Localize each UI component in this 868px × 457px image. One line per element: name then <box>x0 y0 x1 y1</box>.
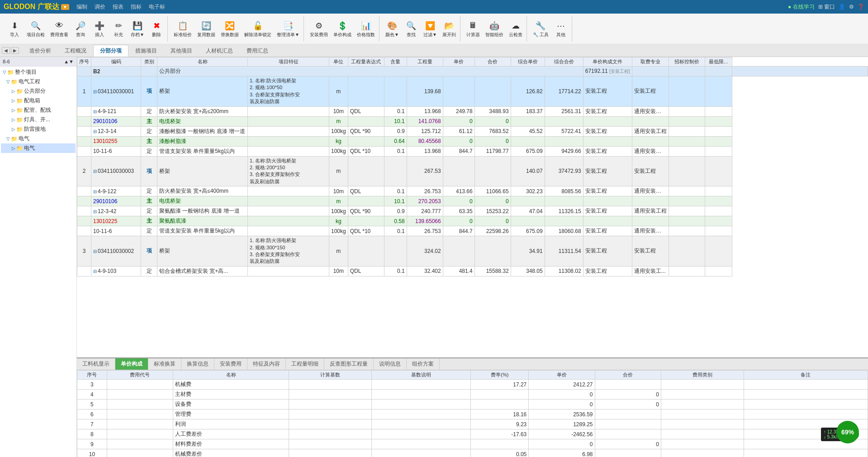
table-row[interactable]: 10-11-6 定 管道支架安装 单件重量5kg以内 100kg QDL *10… <box>77 226 868 236</box>
menu-bar[interactable]: 编制 调价 报表 指标 电子标 <box>76 3 165 11</box>
table-row[interactable]: 29010106 主 电缆桥架 m 10.1 270.2053 0 0 <box>77 196 868 206</box>
cloud-check-button[interactable]: ☁ 云检查 <box>507 16 525 42</box>
tab-parts[interactable]: 分部分项 <box>93 45 128 57</box>
filter-button[interactable]: 🔽 过滤▼ <box>421 16 439 42</box>
menu-index[interactable]: 指标 <box>131 3 142 11</box>
tab-nav-prev[interactable]: ◀ <box>2 47 10 54</box>
menu-price[interactable]: 调价 <box>95 3 105 11</box>
table-row[interactable]: 13010225 主 聚氨酯底漆 kg 0.58 139.65066 0 0 <box>77 216 868 226</box>
expand-3[interactable]: ⊟ <box>93 249 97 254</box>
help-icon[interactable]: ❓ <box>858 4 864 10</box>
btab-install[interactable]: 安装费用 <box>214 358 247 370</box>
tab-other-projects[interactable]: 其他项目 <box>164 45 199 57</box>
project-check-button[interactable]: 🔍 项目自检 <box>24 16 47 42</box>
bottom-row[interactable]: 7 利润 9.23 1289.25 <box>77 419 868 429</box>
sidebar-item-root[interactable]: ▽ 📁 整个项目 <box>1 67 76 77</box>
sidebar-item-electric3[interactable]: ▷ 📁 电气 <box>1 143 76 153</box>
bottom-row[interactable]: 5 设备费 0 0 <box>77 400 868 409</box>
expand-r1[interactable]: ⊟ <box>93 109 97 114</box>
tools-button[interactable]: 🔧 🔧 工具 <box>531 16 551 42</box>
tab-nav-next[interactable]: ▶ <box>11 47 19 54</box>
replace-data-button[interactable]: 🔀 替换数据 <box>218 16 241 42</box>
menu-edit[interactable]: 编制 <box>76 3 87 11</box>
table-row[interactable]: 29010106 主 电缆桥架 m 10.1 141.0768 0 0 <box>77 116 868 126</box>
expand-2[interactable]: ⊟ <box>93 169 97 174</box>
menu-report[interactable]: 报表 <box>113 3 123 11</box>
tab-project-overview[interactable]: 工程概况 <box>58 45 93 57</box>
btab-unit-price[interactable]: 单价构成 <box>115 358 148 370</box>
total-3 <box>474 236 511 267</box>
calculator-button[interactable]: 🖩 计算器 <box>464 16 482 42</box>
code-r1: ⊟4-9-121 <box>91 106 141 116</box>
delete-button[interactable]: ✖ 删除 <box>147 16 166 42</box>
table-row[interactable]: 1 ⊟034110030001 项 桥架 1. 名称:防火强电桥架 2. 规格:… <box>77 76 868 107</box>
sidebar-nav-arrows[interactable]: ▲▼ <box>64 59 74 64</box>
price-m3: 0 <box>443 196 474 206</box>
bremark-5 <box>744 400 868 409</box>
btab-qty-detail[interactable]: 工程量明细 <box>286 358 324 370</box>
import-button[interactable]: ⬇ 导入 <box>5 16 24 42</box>
btab-info[interactable]: 说明信息 <box>374 358 407 370</box>
settings-icon[interactable]: ⚙ <box>849 4 854 10</box>
bottom-row[interactable]: 10 机械费差价 0.05 6.98 <box>77 449 868 457</box>
btab-labor[interactable]: 工料机显示 <box>77 358 115 370</box>
tab-cost-analysis[interactable]: 造价分析 <box>23 45 58 57</box>
expand-1[interactable]: ⊟ <box>93 89 97 94</box>
tab-cost-summary[interactable]: 费用汇总 <box>240 45 275 57</box>
organize-button[interactable]: 📑 整理清单▼ <box>275 16 302 42</box>
sidebar-item-electric[interactable]: ▽ 📁 电气工程 <box>1 77 76 86</box>
table-row[interactable]: ⊟4-9-103 定 铝合金槽式桥架安装 宽+高... 10m QDL 0.1 … <box>77 266 868 276</box>
unlock-button[interactable]: 🔓 解除清单锁定 <box>242 16 274 42</box>
supplement-button[interactable]: ✏ 补充 <box>109 16 128 42</box>
menu-bid[interactable]: 电子标 <box>149 3 165 11</box>
bottom-row[interactable]: 3 机械费 17.27 2412.27 <box>77 380 868 390</box>
bottom-row[interactable]: 6 管理费 18.16 2536.59 <box>77 409 868 419</box>
expand-r7[interactable]: ⊟ <box>93 269 97 274</box>
table-row[interactable]: ⊟12-3-14 定 漆酚树脂漆 一般钢结构 底漆 增一道 100kg QDL … <box>77 126 868 136</box>
table-row[interactable]: 13010255 主 漆酚树脂漆 kg 0.64 80.45568 0 0 <box>77 136 868 146</box>
table-row[interactable]: ⊟4-9-122 定 防火桥架安装 宽+高≤400mm 10m QDL 0.1 … <box>77 186 868 196</box>
insert-button[interactable]: ➕ 插入 <box>90 16 109 42</box>
sidebar-item-lightning[interactable]: ▷ 📁 防雷接地 <box>1 124 76 134</box>
bcat-9 <box>661 439 744 449</box>
btab-compose[interactable]: 组价方案 <box>407 358 440 370</box>
table-row[interactable]: ⊟4-9-121 定 防火桥架安装 宽+高≤200mm 10m QDL 0.1 … <box>77 106 868 116</box>
btab-feature[interactable]: 特征及内容 <box>247 358 286 370</box>
query-button[interactable]: 🔎 查询 <box>71 16 90 42</box>
tab-nav-controls[interactable]: ◀ ▶ <box>2 47 19 54</box>
brate-7: 9.23 <box>471 419 529 429</box>
bottom-row[interactable]: 4 主材费 0 0 <box>77 390 868 400</box>
reuse-data-button[interactable]: 🔄 复用数据 <box>195 16 218 42</box>
archive-button[interactable]: 💾 存档▼ <box>128 16 147 42</box>
other-button[interactable]: ⋯ 其他 <box>552 16 570 42</box>
expand-r4[interactable]: ⊟ <box>93 189 97 194</box>
smart-price-button[interactable]: 🤖 智能组价 <box>483 16 506 42</box>
btab-standard[interactable]: 标准换算 <box>148 358 181 370</box>
expand-r5[interactable]: ⊟ <box>93 209 97 214</box>
tab-materials[interactable]: 人材机汇总 <box>199 45 240 57</box>
sidebar-item-distribution[interactable]: ▷ 📁 配电箱 <box>1 96 76 105</box>
cost-view-button[interactable]: 👁 费用查看 <box>48 16 71 42</box>
bottom-row[interactable]: 8 人工费差价 -17.63 -2462.56 <box>77 429 868 439</box>
table-row[interactable]: 10-11-6 定 管道支架安装 单件重量5kg以内 100kg QDL *10… <box>77 146 868 156</box>
tab-measures[interactable]: 措施项目 <box>128 45 164 57</box>
standard-price-button[interactable]: 📋 标准组价 <box>171 16 194 42</box>
expand-button[interactable]: 📂 展开到 <box>440 16 458 42</box>
find-button[interactable]: 🔍 查找 <box>402 16 420 42</box>
user-icon[interactable]: 👤 <box>839 4 845 10</box>
table-row[interactable]: 3 ⊟034110030002 项 桥架 1. 名称:防火强电桥架 2. 规格:… <box>77 236 868 267</box>
table-row[interactable]: ⊟12-3-42 定 聚氨酯漆 一般钢结构 底漆 增一道 100kg QDL *… <box>77 206 868 216</box>
expand-r2[interactable]: ⊟ <box>93 129 97 134</box>
install-fee-button[interactable]: ⚙ 安装费用 <box>308 16 330 42</box>
sidebar-item-public[interactable]: ▷ 📁 公共部分 <box>1 86 76 96</box>
btab-backcheck[interactable]: 反查图形工程量 <box>324 358 374 370</box>
price-index-button[interactable]: 📊 价格指数 <box>355 16 377 42</box>
bottom-row[interactable]: 9 材料费差价 0 0 <box>77 439 868 449</box>
unit-price-button[interactable]: 💲 单价构成 <box>331 16 354 42</box>
table-row[interactable]: 2 ⊟034110030003 项 桥架 1. 名称:防火强电桥架 2. 规格:… <box>77 156 868 186</box>
color-button[interactable]: 🎨 颜色▼ <box>383 16 401 42</box>
btab-convert[interactable]: 换算信息 <box>181 358 214 370</box>
sidebar-item-electric2[interactable]: ▽ 📁 电气 <box>1 134 76 143</box>
sidebar-item-pipe[interactable]: ▷ 📁 配管、配线 <box>1 105 76 115</box>
sidebar-item-lights[interactable]: ▷ 📁 灯具、开... <box>1 115 76 124</box>
